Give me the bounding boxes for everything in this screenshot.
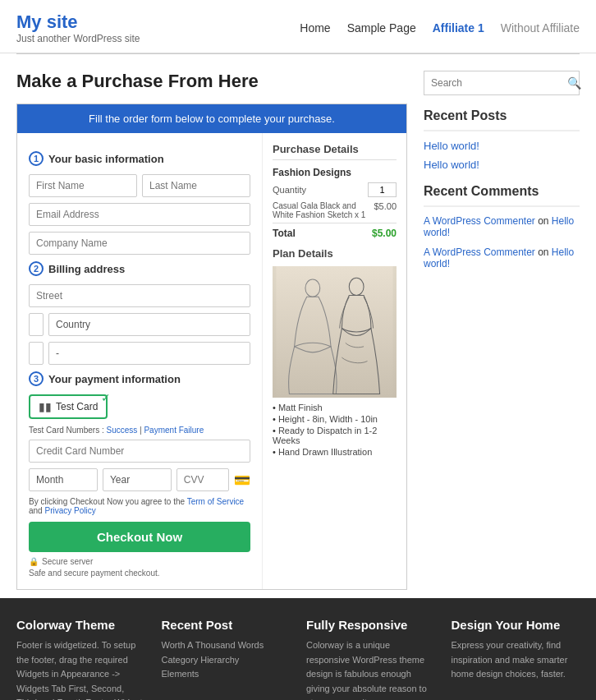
company-input[interactable] [29, 232, 250, 255]
feature-1: Matt Finish [273, 403, 397, 412]
feature-2: Height - 8in, Width - 10in [273, 414, 397, 424]
item-price-row: Casual Gala Black and White Fashion Sket… [273, 201, 397, 219]
page-heading: Make a Purchase From Here [16, 71, 407, 92]
step2-label: 2 Billing address [29, 261, 250, 276]
total-label: Total [273, 228, 296, 239]
nav-without-affiliate[interactable]: Without Affiliate [501, 21, 580, 35]
privacy-link[interactable]: Privacy Policy [44, 506, 95, 515]
city-country-row: Country [29, 313, 250, 336]
search-button[interactable]: 🔍 [561, 71, 588, 94]
comment-on-2: on [538, 246, 552, 258]
sidebar: 🔍 Recent Posts Hello world! Hello world!… [424, 71, 580, 590]
nav-sample[interactable]: Sample Page [347, 21, 416, 35]
step2-text: Billing address [48, 263, 125, 275]
step1-text: Your basic information [48, 153, 164, 165]
form-left: 1 Your basic information [17, 133, 263, 589]
success-link[interactable]: Success [106, 426, 137, 435]
nav-home[interactable]: Home [300, 21, 330, 35]
credit-card-input[interactable] [29, 440, 250, 463]
comment-author-2[interactable]: A WordPress Commenter [424, 246, 535, 258]
failure-link[interactable]: Payment Failure [144, 426, 204, 435]
step1-label: 1 Your basic information [29, 151, 250, 166]
footer-col-2-text: Worth A Thousand WordsCategory Hierarchy… [162, 638, 291, 682]
footer-col-3-title: Fully Responsive [306, 618, 435, 632]
footer-col-1: Colorway Theme Footer is widgetized. To … [16, 618, 145, 700]
footer-col-3-text: Colorway is a unique responsive WordPres… [306, 638, 435, 700]
total-row: Total $5.00 [273, 223, 397, 239]
first-name-input[interactable] [29, 174, 137, 197]
post-link-2[interactable]: Hello world! [424, 159, 580, 171]
main-container: Make a Purchase From Here Fill the order… [0, 54, 596, 598]
secure-note: 🔒 Secure server [29, 557, 250, 566]
street-input[interactable] [29, 284, 250, 307]
search-input[interactable] [424, 71, 561, 94]
recent-comments-divider [424, 205, 580, 207]
company-row [29, 232, 250, 255]
order-form-body: 1 Your basic information [17, 133, 406, 589]
footer-main: Colorway Theme Footer is widgetized. To … [0, 598, 596, 700]
comment-on-1: on [538, 215, 552, 227]
zip-extra-select[interactable]: - [48, 342, 250, 365]
fashion-sketch-image [273, 266, 397, 398]
item-price: $5.00 [374, 201, 397, 219]
footer-col-4-text: Express your creativity, find inspiratio… [452, 638, 580, 682]
feature-4: Hand Drawn Illustration [273, 447, 397, 457]
recent-posts-title: Recent Posts [424, 108, 580, 123]
content-area: Make a Purchase From Here Fill the order… [16, 71, 407, 590]
year-select[interactable]: Year [103, 468, 172, 491]
footer-col-4: Design Your Home Express your creativity… [452, 618, 580, 700]
cvv-icon: 💳 [234, 468, 250, 491]
step3-circle: 3 [29, 371, 44, 386]
zip-input[interactable] [29, 342, 44, 365]
month-year-cvv-row: Month Year 💳 [29, 468, 250, 491]
purchase-details-title: Purchase Details [273, 143, 397, 160]
recent-posts-section: Recent Posts Hello world! Hello world! [424, 108, 580, 171]
search-box: 🔍 [424, 71, 580, 95]
post-link-1[interactable]: Hello world! [424, 140, 580, 152]
country-select[interactable]: Country [48, 313, 250, 336]
email-row [29, 203, 250, 226]
secure-label: Secure server [42, 557, 93, 566]
comment-item-1: A WordPress Commenter on Hello world! [424, 215, 580, 238]
form-right: Purchase Details Fashion Designs Quantit… [263, 133, 406, 589]
comment-item-2: A WordPress Commenter on Hello world! [424, 246, 580, 269]
test-card-note: Test Card Numbers : Success | Payment Fa… [29, 426, 250, 435]
item-name: Casual Gala Black and White Fashion Sket… [273, 201, 374, 219]
recent-comments-title: Recent Comments [424, 184, 580, 199]
plan-features-list: Matt Finish Height - 8in, Width - 10in R… [273, 403, 397, 457]
nav-affiliate1[interactable]: Affiliate 1 [433, 21, 484, 35]
last-name-input[interactable] [142, 174, 250, 197]
site-title: My site [16, 12, 140, 33]
footer-col-1-text: Footer is widgetized. To setup the foote… [16, 638, 145, 700]
total-amount: $5.00 [372, 228, 397, 239]
footer-col-1-title: Colorway Theme [16, 618, 145, 632]
quantity-input[interactable] [368, 182, 397, 197]
lock-icon: 🔒 [29, 557, 39, 566]
safe-payment-text: Safe and secure payment checkout. [29, 569, 250, 578]
test-card-label: Test Card [56, 401, 98, 412]
fashion-svg [273, 266, 397, 398]
month-select[interactable]: Month [29, 468, 98, 491]
checkout-button[interactable]: Checkout Now [29, 522, 250, 552]
test-card-btn[interactable]: ▮▮ Test Card ✓ [29, 394, 108, 419]
name-row [29, 174, 250, 197]
comment-author-1[interactable]: A WordPress Commenter [424, 215, 535, 227]
credit-card-row [29, 440, 250, 463]
step2-circle: 2 [29, 261, 44, 276]
feature-3: Ready to Dispatch in 1-2 Weeks [273, 426, 397, 445]
check-badge-icon: ✓ [101, 391, 111, 404]
footer-col-2-title: Recent Post [162, 618, 291, 632]
zip-row: - [29, 342, 250, 365]
email-input[interactable] [29, 203, 250, 226]
step3-text: Your payment information [48, 373, 181, 385]
card-icon: ▮▮ [39, 400, 52, 413]
city-input[interactable] [29, 313, 44, 336]
and-text: and [29, 506, 44, 515]
order-form: Fill the order form below to complete yo… [16, 104, 407, 590]
cvv-input[interactable] [177, 468, 229, 491]
recent-comments-section: Recent Comments A WordPress Commenter on… [424, 184, 580, 269]
terms-note: By clicking Checkout Now you agree to th… [29, 497, 250, 515]
footer-col-2: Recent Post Worth A Thousand WordsCatego… [162, 618, 291, 700]
terms-link[interactable]: Term of Service [187, 497, 244, 506]
order-form-header: Fill the order form below to complete yo… [17, 104, 406, 133]
